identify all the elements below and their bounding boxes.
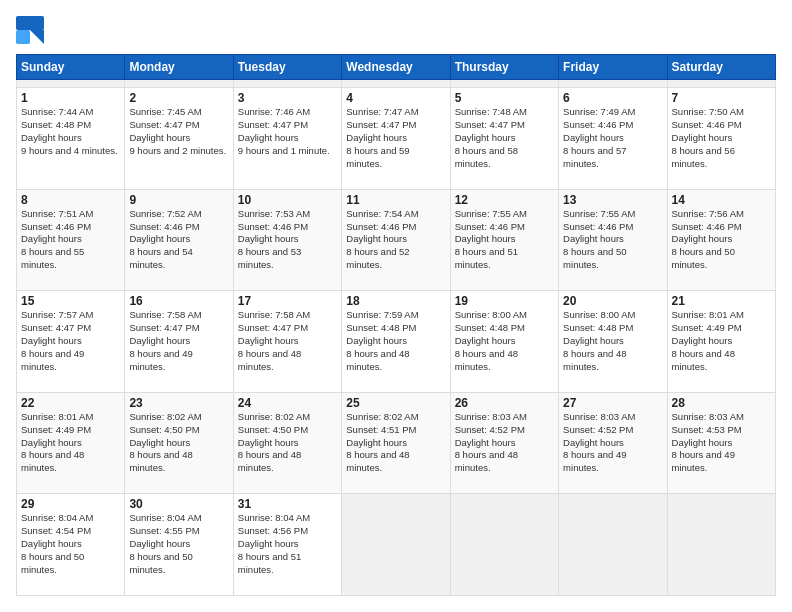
day-number: 27 [563,396,662,410]
table-row: 12Sunrise: 7:55 AMSunset: 4:46 PMDayligh… [450,189,558,291]
day-info: Sunrise: 7:45 AMSunset: 4:47 PMDaylight … [129,106,228,157]
day-info: Sunrise: 7:56 AMSunset: 4:46 PMDaylight … [672,208,771,272]
day-number: 12 [455,193,554,207]
day-number: 19 [455,294,554,308]
day-info: Sunrise: 7:53 AMSunset: 4:46 PMDaylight … [238,208,337,272]
day-number: 15 [21,294,120,308]
table-row [17,80,125,88]
svg-rect-0 [16,16,44,30]
day-info: Sunrise: 8:03 AMSunset: 4:52 PMDaylight … [455,411,554,475]
page: Sunday Monday Tuesday Wednesday Thursday… [0,0,792,612]
table-row [450,80,558,88]
day-info: Sunrise: 7:58 AMSunset: 4:47 PMDaylight … [129,309,228,373]
day-info: Sunrise: 7:51 AMSunset: 4:46 PMDaylight … [21,208,120,272]
day-number: 23 [129,396,228,410]
col-sunday: Sunday [17,55,125,80]
day-info: Sunrise: 7:46 AMSunset: 4:47 PMDaylight … [238,106,337,157]
day-number: 16 [129,294,228,308]
header [16,16,776,44]
table-row: 26Sunrise: 8:03 AMSunset: 4:52 PMDayligh… [450,392,558,494]
table-row: 30Sunrise: 8:04 AMSunset: 4:55 PMDayligh… [125,494,233,596]
table-row: 23Sunrise: 8:02 AMSunset: 4:50 PMDayligh… [125,392,233,494]
svg-marker-1 [30,30,44,44]
day-number: 31 [238,497,337,511]
calendar-header-row: Sunday Monday Tuesday Wednesday Thursday… [17,55,776,80]
svg-rect-2 [16,30,30,44]
table-row [559,80,667,88]
day-info: Sunrise: 7:48 AMSunset: 4:47 PMDaylight … [455,106,554,170]
table-row: 29Sunrise: 8:04 AMSunset: 4:54 PMDayligh… [17,494,125,596]
day-info: Sunrise: 7:58 AMSunset: 4:47 PMDaylight … [238,309,337,373]
table-row: 13Sunrise: 7:55 AMSunset: 4:46 PMDayligh… [559,189,667,291]
day-number: 30 [129,497,228,511]
day-info: Sunrise: 7:55 AMSunset: 4:46 PMDaylight … [563,208,662,272]
day-number: 5 [455,91,554,105]
table-row: 20Sunrise: 8:00 AMSunset: 4:48 PMDayligh… [559,291,667,393]
day-info: Sunrise: 7:55 AMSunset: 4:46 PMDaylight … [455,208,554,272]
day-info: Sunrise: 8:04 AMSunset: 4:54 PMDaylight … [21,512,120,576]
day-number: 14 [672,193,771,207]
table-row: 11Sunrise: 7:54 AMSunset: 4:46 PMDayligh… [342,189,450,291]
day-info: Sunrise: 7:44 AMSunset: 4:48 PMDaylight … [21,106,120,157]
day-info: Sunrise: 8:03 AMSunset: 4:53 PMDaylight … [672,411,771,475]
day-info: Sunrise: 8:02 AMSunset: 4:50 PMDaylight … [129,411,228,475]
table-row: 7Sunrise: 7:50 AMSunset: 4:46 PMDaylight… [667,88,775,190]
day-number: 28 [672,396,771,410]
col-saturday: Saturday [667,55,775,80]
table-row: 31Sunrise: 8:04 AMSunset: 4:56 PMDayligh… [233,494,341,596]
day-number: 4 [346,91,445,105]
day-number: 26 [455,396,554,410]
calendar-week-row: 1Sunrise: 7:44 AMSunset: 4:48 PMDaylight… [17,88,776,190]
day-number: 13 [563,193,662,207]
day-info: Sunrise: 7:47 AMSunset: 4:47 PMDaylight … [346,106,445,170]
day-number: 25 [346,396,445,410]
table-row: 28Sunrise: 8:03 AMSunset: 4:53 PMDayligh… [667,392,775,494]
table-row [342,494,450,596]
table-row: 9Sunrise: 7:52 AMSunset: 4:46 PMDaylight… [125,189,233,291]
table-row [233,80,341,88]
day-number: 2 [129,91,228,105]
day-info: Sunrise: 8:02 AMSunset: 4:50 PMDaylight … [238,411,337,475]
day-info: Sunrise: 8:04 AMSunset: 4:56 PMDaylight … [238,512,337,576]
general-blue-icon [16,16,44,44]
day-info: Sunrise: 8:00 AMSunset: 4:48 PMDaylight … [563,309,662,373]
day-info: Sunrise: 8:04 AMSunset: 4:55 PMDaylight … [129,512,228,576]
col-friday: Friday [559,55,667,80]
table-row: 16Sunrise: 7:58 AMSunset: 4:47 PMDayligh… [125,291,233,393]
day-number: 17 [238,294,337,308]
day-info: Sunrise: 7:54 AMSunset: 4:46 PMDaylight … [346,208,445,272]
table-row: 21Sunrise: 8:01 AMSunset: 4:49 PMDayligh… [667,291,775,393]
day-info: Sunrise: 8:03 AMSunset: 4:52 PMDaylight … [563,411,662,475]
table-row: 15Sunrise: 7:57 AMSunset: 4:47 PMDayligh… [17,291,125,393]
day-info: Sunrise: 7:50 AMSunset: 4:46 PMDaylight … [672,106,771,170]
table-row: 17Sunrise: 7:58 AMSunset: 4:47 PMDayligh… [233,291,341,393]
day-info: Sunrise: 8:00 AMSunset: 4:48 PMDaylight … [455,309,554,373]
table-row: 27Sunrise: 8:03 AMSunset: 4:52 PMDayligh… [559,392,667,494]
col-wednesday: Wednesday [342,55,450,80]
table-row: 18Sunrise: 7:59 AMSunset: 4:48 PMDayligh… [342,291,450,393]
day-number: 6 [563,91,662,105]
table-row: 8Sunrise: 7:51 AMSunset: 4:46 PMDaylight… [17,189,125,291]
day-number: 1 [21,91,120,105]
day-info: Sunrise: 8:02 AMSunset: 4:51 PMDaylight … [346,411,445,475]
day-info: Sunrise: 7:49 AMSunset: 4:46 PMDaylight … [563,106,662,170]
table-row [559,494,667,596]
day-number: 9 [129,193,228,207]
table-row [667,494,775,596]
table-row [450,494,558,596]
table-row: 5Sunrise: 7:48 AMSunset: 4:47 PMDaylight… [450,88,558,190]
calendar-table: Sunday Monday Tuesday Wednesday Thursday… [16,54,776,596]
table-row: 24Sunrise: 8:02 AMSunset: 4:50 PMDayligh… [233,392,341,494]
table-row [125,80,233,88]
table-row: 14Sunrise: 7:56 AMSunset: 4:46 PMDayligh… [667,189,775,291]
table-row: 1Sunrise: 7:44 AMSunset: 4:48 PMDaylight… [17,88,125,190]
calendar-week-row: 8Sunrise: 7:51 AMSunset: 4:46 PMDaylight… [17,189,776,291]
col-tuesday: Tuesday [233,55,341,80]
calendar-week-row: 15Sunrise: 7:57 AMSunset: 4:47 PMDayligh… [17,291,776,393]
table-row: 19Sunrise: 8:00 AMSunset: 4:48 PMDayligh… [450,291,558,393]
day-number: 11 [346,193,445,207]
table-row: 3Sunrise: 7:46 AMSunset: 4:47 PMDaylight… [233,88,341,190]
day-number: 22 [21,396,120,410]
day-info: Sunrise: 7:52 AMSunset: 4:46 PMDaylight … [129,208,228,272]
day-number: 20 [563,294,662,308]
